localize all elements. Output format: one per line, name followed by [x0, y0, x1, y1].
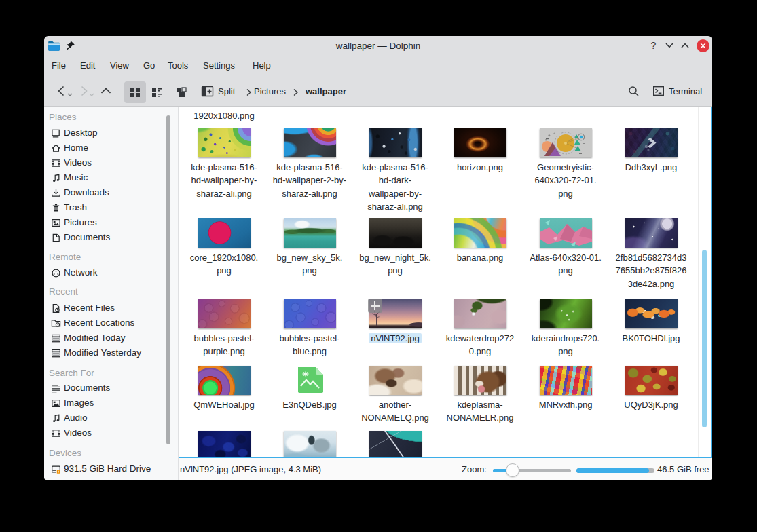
svg-text:?: ? — [651, 40, 657, 51]
